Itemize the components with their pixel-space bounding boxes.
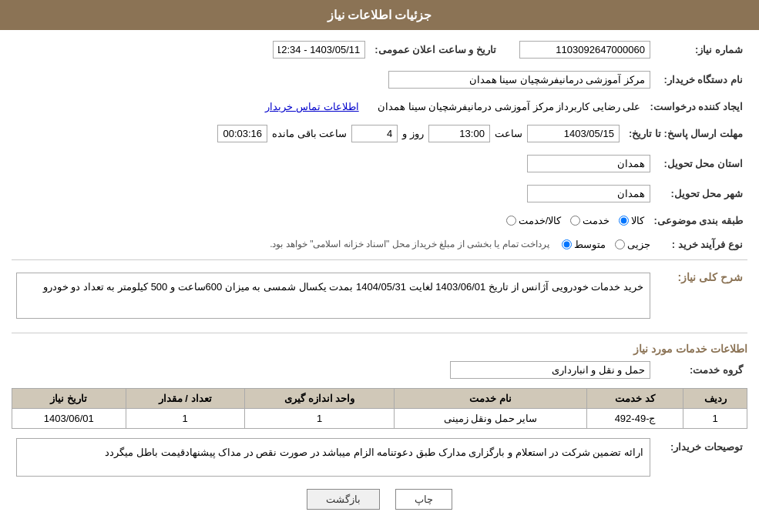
- info-section-8: نوع فرآیند خرید : جزیی متوسط: [12, 236, 747, 253]
- description-text: خرید خدمات خودرویی آژانس از تاریخ 1403/0…: [43, 281, 643, 293]
- category-label: طبقه بندی موضوعی:: [649, 212, 747, 229]
- col-row-num: ردیف: [683, 389, 747, 409]
- category-khadamat-label: خدمت: [583, 215, 610, 226]
- table-cell-1: ج-49-492: [586, 409, 683, 429]
- divider-2: [12, 333, 747, 333]
- service-table: ردیف کد خدمت نام خدمت واحد اندازه گیری ت…: [12, 388, 747, 429]
- response-counter-label: ساعت باقی مانده: [272, 128, 347, 139]
- response-days-label: روز و: [402, 128, 424, 139]
- buyer-notes-value: ارائه تضمین شرکت در استعلام و بارگزاری م…: [12, 435, 655, 480]
- table-cell-4: 1: [126, 409, 244, 429]
- org-name-label: نام دستگاه خریدار:: [655, 68, 747, 92]
- org-name-input[interactable]: [388, 71, 650, 89]
- description-section-header: شرح کلی نیاز:: [678, 266, 743, 286]
- province-label: استان محل تحویل:: [655, 152, 747, 176]
- description-box: خرید خدمات خودرویی آژانس از تاریخ 1403/0…: [16, 273, 650, 319]
- category-khadamat-option[interactable]: خدمت: [570, 215, 610, 226]
- org-name-value: [12, 68, 655, 92]
- process-motavasset-option[interactable]: متوسط: [562, 239, 606, 250]
- col-service-name: نام خدمت: [395, 389, 587, 409]
- process-jozi-option[interactable]: جزیی: [615, 239, 650, 250]
- response-deadline-label: مهلت ارسال پاسخ: تا تاریخ:: [624, 122, 747, 146]
- process-motavasset-label: متوسط: [574, 239, 606, 250]
- page-title: جزئیات اطلاعات نیاز: [327, 8, 432, 22]
- process-jozi-label: جزیی: [627, 239, 650, 250]
- response-days-input[interactable]: [351, 125, 398, 142]
- category-options: کالا خدمت کالا/خدمت: [12, 212, 649, 229]
- table-cell-3: 1: [244, 409, 395, 429]
- response-deadline-value: ساعت روز و ساعت باقی مانده: [12, 122, 624, 146]
- need-number-input[interactable]: [519, 41, 650, 59]
- print-button[interactable]: چاپ: [395, 489, 452, 510]
- info-section-1: شماره نیاز: تاریخ و ساعت اعلان عمومی:: [12, 38, 747, 62]
- services-section-header: اطلاعات خدمات مورد نیاز: [12, 338, 747, 358]
- info-section-3: ایجاد کننده درخواست: علی رضایی کاربرداز …: [12, 98, 747, 115]
- need-number-label: شماره نیاز:: [655, 38, 747, 62]
- creator-text: علی رضایی کاربرداز مرکز آموزشی درمانیفرش…: [378, 101, 640, 112]
- category-kala-radio[interactable]: [619, 216, 629, 226]
- creator-label: ایجاد کننده درخواست:: [645, 98, 747, 115]
- need-number-value: [501, 38, 655, 62]
- city-value: [12, 182, 655, 206]
- buyer-notes-section: توصیحات خریدار: ارائه تضمین شرکت در استع…: [12, 435, 747, 480]
- page-header: جزئیات اطلاعات نیاز: [0, 0, 759, 30]
- buyer-notes-text: ارائه تضمین شرکت در استعلام و بارگزاری م…: [105, 447, 643, 458]
- back-button[interactable]: بازگشت: [307, 489, 380, 510]
- service-group-row: گروه خدمت:: [12, 358, 747, 382]
- category-kala-option[interactable]: کالا: [619, 215, 644, 226]
- divider-1: [12, 259, 747, 260]
- info-section-6: شهر محل تحویل:: [12, 182, 747, 206]
- process-label: نوع فرآیند خرید :: [655, 236, 747, 253]
- service-group-input[interactable]: [450, 361, 650, 379]
- announcement-date-value: [12, 38, 370, 62]
- response-date-input[interactable]: [527, 125, 620, 142]
- service-group-label: گروه خدمت:: [655, 358, 747, 382]
- table-cell-2: سایر حمل ونقل زمینی: [395, 409, 587, 429]
- description-value: خرید خدمات خودرویی آژانس از تاریخ 1403/0…: [12, 265, 655, 326]
- announcement-date-input[interactable]: [273, 41, 365, 59]
- category-kala-khadamat-radio[interactable]: [506, 216, 516, 226]
- table-cell-5: 1403/06/01: [12, 409, 126, 429]
- col-delivery-date: تاریخ نیاز: [12, 389, 126, 409]
- category-kala-khadamat-label: کالا/خدمت: [519, 215, 562, 226]
- info-section-5: استان محل تحویل:: [12, 152, 747, 176]
- creator-value: علی رضایی کاربرداز مرکز آموزشی درمانیفرش…: [12, 98, 645, 115]
- process-jozi-radio[interactable]: [615, 239, 625, 249]
- buttons-row: چاپ بازگشت: [12, 489, 747, 510]
- page-container: جزئیات اطلاعات نیاز شماره نیاز: تاریخ و …: [0, 0, 759, 532]
- col-service-code: کد خدمت: [586, 389, 683, 409]
- process-motavasset-radio[interactable]: [562, 239, 572, 249]
- city-input[interactable]: [527, 185, 650, 202]
- response-time-label: ساعت: [495, 128, 522, 139]
- province-input[interactable]: [527, 155, 650, 172]
- contact-link[interactable]: اطلاعات تماس خریدار: [265, 101, 358, 112]
- service-group-value: [12, 358, 655, 382]
- response-time-input[interactable]: [428, 125, 490, 142]
- category-kala-label: کالا: [631, 215, 644, 226]
- col-quantity: تعداد / مقدار: [126, 389, 244, 409]
- description-section: شرح کلی نیاز: خرید خدمات خودرویی آژانس ا…: [12, 265, 747, 326]
- info-section-4: مهلت ارسال پاسخ: تا تاریخ: ساعت روز و سا…: [12, 122, 747, 146]
- process-options: جزیی متوسط پرداخت تمام یا بخشی از مبلغ خ…: [12, 236, 655, 253]
- table-cell-0: 1: [683, 409, 747, 429]
- buyer-notes-label: توصیحات خریدار:: [655, 435, 747, 480]
- category-kala-khadamat-option[interactable]: کالا/خدمت: [506, 215, 562, 226]
- process-note: پرداخت تمام یا بخشی از مبلغ خریداز محل "…: [270, 239, 549, 249]
- info-section-7: طبقه بندی موضوعی: کالا خدمت کالا/خدمت: [12, 212, 747, 229]
- province-value: [12, 152, 655, 176]
- table-row: 1ج-49-492سایر حمل ونقل زمینی111403/06/01: [12, 409, 747, 429]
- main-content: شماره نیاز: تاریخ و ساعت اعلان عمومی: نا…: [0, 30, 759, 527]
- description-label: شرح کلی نیاز:: [655, 265, 747, 326]
- category-khadamat-radio[interactable]: [570, 216, 580, 226]
- info-section-2: نام دستگاه خریدار:: [12, 68, 747, 92]
- col-unit: واحد اندازه گیری: [244, 389, 395, 409]
- announcement-date-label: تاریخ و ساعت اعلان عمومی:: [370, 38, 501, 62]
- buyer-notes-box: ارائه تضمین شرکت در استعلام و بارگزاری م…: [16, 438, 650, 477]
- response-counter-input[interactable]: [217, 125, 267, 142]
- city-label: شهر محل تحویل:: [655, 182, 747, 206]
